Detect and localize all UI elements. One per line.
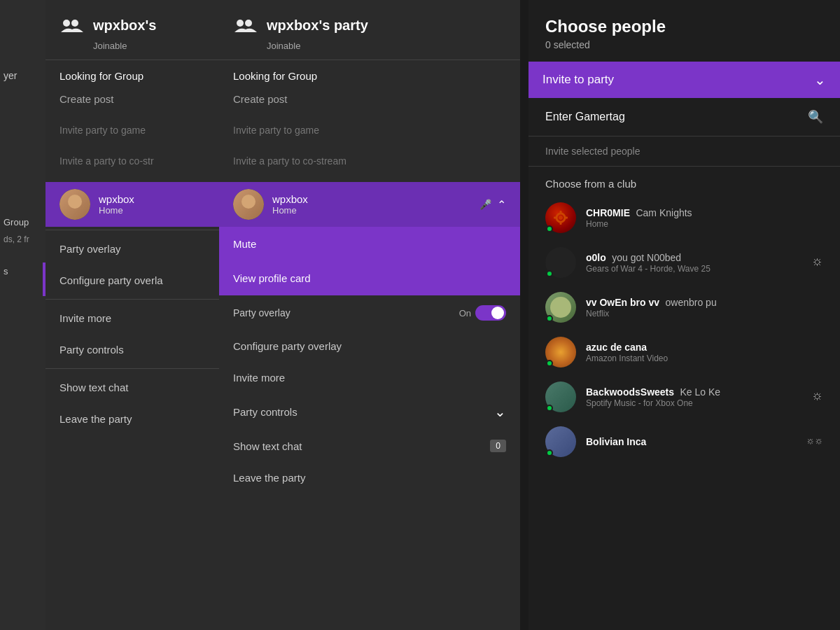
selected-count: 0 selected [545,39,823,50]
invite-party-game-1[interactable]: Invite party to game [46,115,219,146]
panel-right: Choose people 0 selected Invite to party… [528,0,840,630]
show-text-chat-label-2: Show text chat [233,440,302,452]
avatar-2 [233,189,264,220]
configure-overlay-label-2: Configure party overlay [233,340,342,352]
panel-2-title: wpxbox's party [267,18,368,34]
avatar-vvowen [545,292,576,323]
party-controls-1[interactable]: Party controls [46,334,219,365]
invite-more-2[interactable]: Invite more [219,362,520,393]
friend-item-azuc[interactable]: azuc de cana Amazon Instant Video [528,330,840,374]
party-overlay-1[interactable]: Party overlay [46,233,219,265]
avatar-o0lo [545,247,576,278]
friend-activity-backwoods: Spotify Music - for Xbox One [586,398,802,408]
leave-party-2[interactable]: Leave the party [219,462,520,493]
leave-party-label-2: Leave the party [233,472,305,484]
invite-costream-1[interactable]: Invite a party to co-str [46,146,219,176]
party-overlay-label-1: Party overlay [59,243,121,255]
configure-overlay-2[interactable]: Configure party overlay [219,330,520,362]
panel-2-header: wpxbox's party Joinable [219,0,520,60]
invite-selected-row[interactable]: Invite selected people [528,136,840,167]
online-dot-azuc [546,360,553,367]
invite-dropdown[interactable]: Invite to party [528,62,840,98]
toggle-thumb [491,307,504,319]
configure-overlay-1[interactable]: Configure party overla [46,265,219,296]
chevron-up-icon[interactable] [497,198,506,211]
search-icon[interactable]: 🔍 [808,109,823,125]
avatar-1 [59,189,90,220]
friend-item-backwoods[interactable]: BackwoodsSweets Ke Lo Ke Spotify Music -… [528,374,840,419]
panel-2-status: Joinable [267,41,506,51]
lfg-item-1[interactable]: Looking for Group [46,60,219,92]
member-status-1: Home [99,205,205,216]
invite-costream-label-1: Invite a party to co-str [59,155,154,167]
member-info-1: wpxbox Home [99,193,205,216]
action-icon-backwoods: ⛭ [812,391,823,403]
create-post-label-2: Create post [233,93,288,105]
partial-text-yer: yer [4,70,17,81]
create-post-1[interactable]: Create post [46,92,219,115]
right-header: Choose people 0 selected [528,0,840,62]
show-text-chat-1[interactable]: Show text chat [46,372,219,403]
invite-party-game-label-1: Invite party to game [59,125,146,136]
partial-text-friends: ds, 2 fr [4,234,29,244]
svg-rect-7 [560,222,562,225]
leave-party-1[interactable]: Leave the party [46,403,219,435]
create-post-2[interactable]: Create post [219,92,520,115]
partial-text-group: Group [4,217,29,227]
gamertag-row[interactable]: Enter Gamertag 🔍 [528,98,840,136]
member-icons-2: 🎤 [479,198,506,211]
toggle-track[interactable] [475,305,506,321]
invite-party-game-2[interactable]: Invite party to game [219,115,520,146]
lfg-item-2[interactable]: Looking for Group [219,60,520,92]
friend-item-o0lo[interactable]: o0lo you got N00bed Gears of War 4 - Hor… [528,240,840,285]
party-icon-1 [59,13,85,38]
online-dot-backwoods [546,405,553,412]
choose-people-title: Choose people [545,17,823,36]
divider-2 [46,299,219,300]
configure-overlay-label-1: Configure party overla [59,274,163,286]
party-controls-2[interactable]: Party controls [219,393,520,430]
mic-icon: 🎤 [479,199,491,210]
friend-secondary-backwoods: Ke Lo Ke [680,386,721,398]
view-profile-item[interactable]: View profile card [219,261,520,295]
panel-2: wpxbox's party Joinable Looking for Grou… [219,0,520,630]
party-icon-2 [233,13,258,38]
friend-item-vvowen[interactable]: vv OwEn bro vv owenbro pu Netflix [528,285,840,330]
show-text-chat-2[interactable]: Show text chat 0 [219,430,520,462]
online-dot-vvowen [546,315,553,322]
gears-overlay-chromie [545,202,576,233]
avatar-backwoods [545,382,576,412]
party-controls-label-1: Party controls [59,344,124,356]
chevron-down-controls [494,403,506,420]
toggle-switch[interactable]: On [459,305,506,321]
online-dot-o0lo [546,270,553,277]
friend-activity-o0lo: Gears of War 4 - Horde, Wave 25 [586,264,802,274]
svg-point-2 [237,20,244,27]
avatar-face-2 [233,189,264,220]
people-icon-2 [234,14,257,36]
member-name-1: wpxbox [99,193,205,205]
people-icon-1 [61,14,83,36]
mute-label: Mute [233,238,256,250]
friend-item-bolivian[interactable]: Bolivian Inca ⛭⛭ [528,419,840,464]
panel-1: wpxbox's Joinable Looking for Group Crea… [46,0,219,630]
member-name-2: wpxbox [272,193,471,205]
friend-name-azuc: azuc de cana [586,342,647,353]
member-row-2[interactable]: wpxbox Home 🎤 [219,182,520,227]
party-overlay-row-2[interactable]: Party overlay On [219,295,520,330]
member-row-1[interactable]: wpxbox Home [46,182,219,227]
friend-info-bolivian: Bolivian Inca [586,435,797,448]
mute-item[interactable]: Mute [219,227,520,261]
friend-item-chromie[interactable]: CHR0MIE Cam Knights Home [528,195,840,240]
invite-costream-label-2: Invite a party to co-stream [233,155,346,167]
invite-costream-2[interactable]: Invite a party to co-stream [219,146,520,176]
invite-dropdown-label: Invite to party [542,73,614,87]
friend-info-o0lo: o0lo you got N00bed Gears of War 4 - Hor… [586,251,802,274]
left-edge-panel: yer Group ds, 2 fr s [0,0,46,630]
friend-secondary-vvowen: owenbro pu [666,297,717,308]
friend-activity-vvowen: Netflix [586,309,823,318]
invite-more-1[interactable]: Invite more [46,302,219,334]
avatar-azuc [545,337,576,368]
show-text-chat-label-1: Show text chat [59,382,128,393]
friend-name-backwoods: BackwoodsSweets [586,386,674,398]
